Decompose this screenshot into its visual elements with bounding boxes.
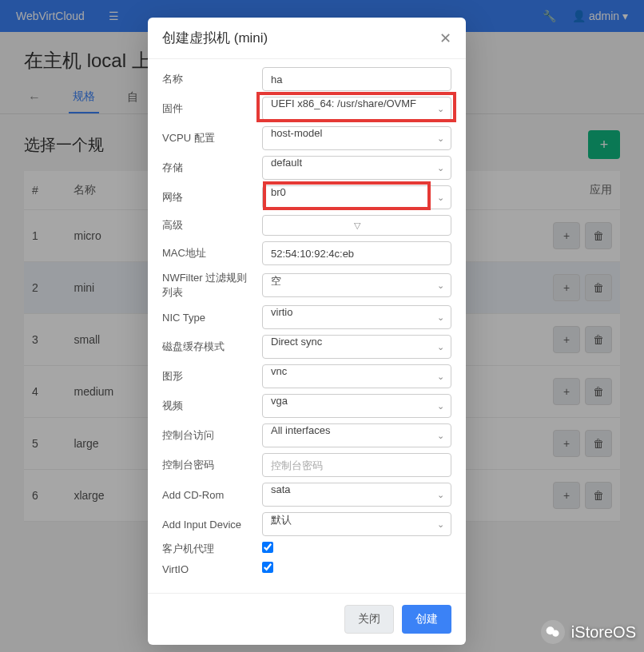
name-input[interactable] [262,67,451,91]
watermark: iStoreOS [541,620,636,644]
label-advanced: 高级 [162,218,262,233]
label-console-pw: 控制台密码 [162,458,262,472]
nwfilter-select[interactable]: 空 [262,273,451,297]
cdrom-select[interactable]: sata [262,483,451,507]
mac-input[interactable] [262,241,451,265]
graphics-select[interactable]: vnc [262,364,451,388]
input-device-select[interactable]: 默认 [262,512,451,536]
label-guest-agent: 客户机代理 [162,542,262,556]
close-icon[interactable]: ✕ [439,30,451,47]
network-select[interactable]: br0 [262,185,451,209]
label-nwfilter: NWFilter 过滤规则列表 [162,271,262,300]
create-button[interactable]: 创建 [402,605,451,634]
label-disk-cache: 磁盘缓存模式 [162,340,262,354]
video-select[interactable]: vga [262,394,451,418]
modal-title: 创建虚拟机 (mini) [162,29,268,47]
storage-select[interactable]: default [262,156,451,180]
console-access-select[interactable]: All interfaces [262,423,451,447]
label-vcpu: VCPU 配置 [162,131,262,145]
label-input-device: Add Input Device [162,519,262,531]
label-cdrom: Add CD-Rom [162,489,262,501]
vcpu-select[interactable]: host-model [262,126,451,150]
label-virtio: VirtIO [162,563,262,575]
label-storage: 存储 [162,161,262,175]
disk-cache-select[interactable]: Direct sync [262,335,451,359]
guest-agent-checkbox[interactable] [262,542,273,553]
nic-type-select[interactable]: virtio [262,305,451,329]
label-video: 视频 [162,399,262,413]
wechat-icon [541,620,565,644]
label-graphics: 图形 [162,369,262,384]
label-name: 名称 [162,72,262,86]
create-vm-modal: 创建虚拟机 (mini) ✕ 名称 固件 UEFI x86_64: /usr/s… [148,18,466,645]
firmware-select[interactable]: UEFI x86_64: /usr/share/OVMF [262,97,451,121]
label-firmware: 固件 [162,101,262,116]
close-button[interactable]: 关闭 [344,605,394,634]
label-nic-type: NIC Type [162,312,262,324]
virtio-checkbox[interactable] [262,562,273,573]
svg-point-1 [552,630,559,637]
label-mac: MAC地址 [162,246,262,260]
advanced-toggle[interactable]: ▽ [262,215,451,236]
console-pw-input[interactable] [262,453,451,477]
label-console-access: 控制台访问 [162,428,262,443]
label-network: 网络 [162,190,262,205]
